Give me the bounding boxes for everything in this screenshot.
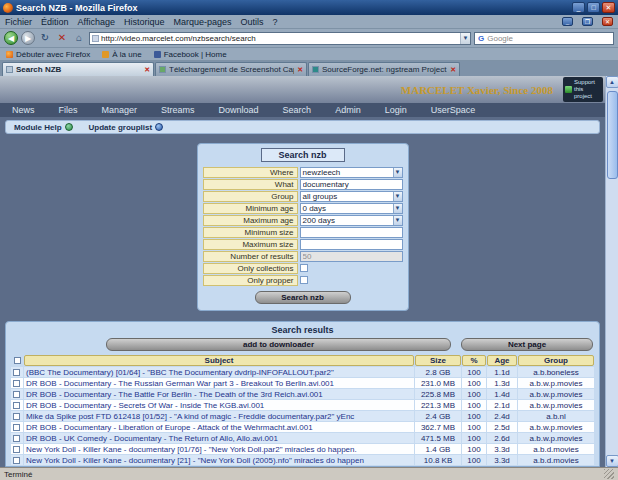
resize-grip[interactable] [604,469,614,479]
row-checkbox[interactable] [13,457,20,464]
scroll-down-button[interactable]: ▼ [606,455,618,467]
column-header-pct[interactable]: % [462,355,486,366]
scrollbar-thumb[interactable] [607,91,618,179]
google-icon: G [478,34,484,43]
menu-item[interactable]: Fichier [5,17,32,27]
maximum-size-input[interactable] [300,239,403,250]
site-nav-item[interactable]: Search [283,105,312,115]
minimize-button[interactable]: _ [572,2,585,13]
only-collections-checkbox[interactable] [300,264,308,272]
stop-button[interactable]: ✕ [55,31,69,45]
form-row-only-collections: Only collections [203,263,403,274]
window-restore-button[interactable]: ❐ [582,17,593,26]
bookmark-item[interactable]: À la une [102,50,141,59]
menu-item[interactable]: Édition [41,17,69,27]
row-checkbox[interactable] [13,413,20,420]
minimum-age-value: 0 days [301,204,393,213]
row-checkbox[interactable] [13,380,20,387]
result-pct: 100 [462,422,486,432]
window-minimize-button[interactable]: _ [562,17,573,26]
chevron-down-icon[interactable]: ▼ [393,168,402,177]
update-grouplist-button[interactable]: Update grouplist [89,123,164,132]
bookmark-item[interactable]: Débuter avec Firefox [6,50,90,59]
result-subject[interactable]: Mike da Spike post FTD 612418 [01/52] - … [24,411,414,421]
only-propper-checkbox[interactable] [300,276,308,284]
minimum-age-select[interactable]: 0 days▼ [300,203,403,214]
chevron-down-icon[interactable]: ▼ [393,216,402,225]
menu-item[interactable]: Marque-pages [173,17,231,27]
results-table: Subject Size % Age Group (BBC The Docume… [10,354,595,467]
result-subject[interactable]: (BBC The Documentary) [01/64] - "BBC The… [24,367,414,377]
group-select[interactable]: all groups▼ [300,191,403,202]
column-header-age[interactable]: Age [487,355,517,366]
chevron-down-icon[interactable]: ▼ [393,192,402,201]
chevron-down-icon[interactable]: ▼ [393,204,402,213]
close-button[interactable]: ✕ [602,2,615,13]
web-search-bar[interactable]: G Google [474,32,614,45]
row-checkbox[interactable] [13,391,20,398]
site-nav-item[interactable]: Streams [161,105,195,115]
site-nav-item[interactable]: Admin [335,105,361,115]
result-pct: 100 [462,455,486,465]
search-nzb-button[interactable]: Search nzb [255,291,351,304]
url-bar[interactable]: http://video.marcelet.com/nzbsearch/sear… [89,32,471,45]
result-subject[interactable]: DR BOB - Documentary - The Battle For Be… [24,389,414,399]
row-checkbox[interactable] [13,435,20,442]
tab-close-icon[interactable]: ✕ [144,66,150,74]
bookmark-item[interactable]: Facebook | Home [154,50,227,59]
site-nav-item[interactable]: Manager [102,105,138,115]
window-close-button[interactable]: ✕ [602,17,613,26]
back-button[interactable]: ◀ [4,31,18,45]
what-input[interactable] [300,179,403,190]
row-checkbox[interactable] [13,369,20,376]
module-help-button[interactable]: Module Help [14,123,73,132]
result-group: a.b.w.p.movies [518,389,594,399]
column-header-group[interactable]: Group [518,355,594,366]
row-checkbox[interactable] [13,402,20,409]
tab-label: Search NZB [16,65,141,74]
column-header-subject[interactable]: Subject [24,355,414,366]
result-subject[interactable]: DR BOB - Documentary - The Russian Germa… [24,378,414,388]
column-header-size[interactable]: Size [415,355,461,366]
tab-search-nzb[interactable]: Search NZB ✕ [2,62,154,76]
where-label: Where [203,167,298,178]
tab-close-icon[interactable]: ✕ [450,66,456,74]
result-subject[interactable]: New York Doll - Killer Kane - documentar… [24,455,414,465]
site-nav-item[interactable]: UserSpace [431,105,476,115]
scroll-up-button[interactable]: ▲ [606,76,618,88]
row-checkbox[interactable] [13,424,20,431]
result-subject[interactable]: New York Doll - Killer Kane - documentar… [24,444,414,454]
menu-item[interactable]: Historique [124,17,165,27]
maximize-button[interactable]: □ [587,2,600,13]
select-all-checkbox[interactable] [14,357,21,364]
menu-item[interactable]: Affichage [78,17,115,27]
site-nav-item[interactable]: News [12,105,35,115]
reload-button[interactable]: ↻ [38,31,52,45]
next-page-button[interactable]: Next page [461,338,593,351]
form-row-what: What [203,179,403,190]
tab-sourceforge[interactable]: SourceForge.net: ngstream Project: A... … [308,62,460,76]
form-row-min-age: Minimum age 0 days▼ [203,203,403,214]
result-subject[interactable]: DR BOB - Documentary - Liberation of Eur… [24,422,414,432]
result-subject[interactable]: DR BOB - Documentary - Secrets Of War - … [24,400,414,410]
vertical-scrollbar[interactable]: ▲ ▼ [605,76,618,467]
menu-item[interactable]: Outils [241,17,264,27]
add-to-downloader-button[interactable]: add to downloader [106,338,451,351]
maximum-age-select[interactable]: 200 days▼ [300,215,403,226]
support-project-badge[interactable]: Support this project [563,77,603,102]
where-select[interactable]: newzleech▼ [300,167,403,178]
tab-screenshot-download[interactable]: Téléchargement de Screenshot Capto... ✕ [155,62,307,76]
site-nav-item[interactable]: Download [219,105,259,115]
url-dropdown-icon[interactable]: ▼ [460,33,470,44]
menu-item[interactable]: ? [273,17,278,27]
result-subject[interactable]: DR BOB - UK Comedy - Documentary - The R… [24,433,414,443]
forward-button[interactable]: ▶ [21,31,35,45]
site-nav-item[interactable]: Login [385,105,407,115]
where-value: newzleech [301,168,393,177]
minimum-size-input[interactable] [300,227,403,238]
tab-close-icon[interactable]: ✕ [297,66,303,74]
search-form-panel: Search nzb Where newzleech▼ What Group a… [197,143,409,311]
site-nav-item[interactable]: Files [59,105,78,115]
home-button[interactable]: ⌂ [72,31,86,45]
row-checkbox[interactable] [13,446,20,453]
